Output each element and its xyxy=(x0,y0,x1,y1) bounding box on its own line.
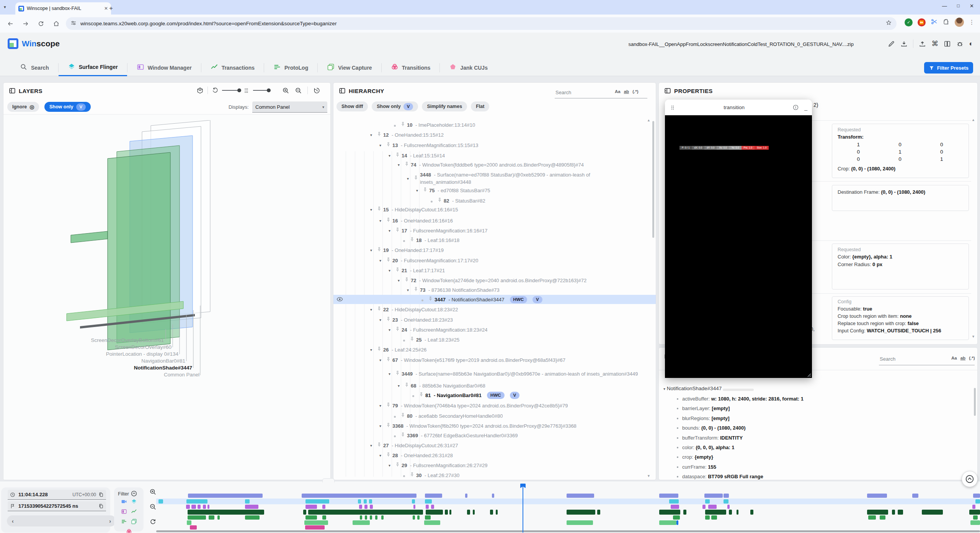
trace-row-3-bar[interactable] xyxy=(671,505,679,509)
trace-row-6-bar[interactable] xyxy=(567,520,593,525)
window-close-button[interactable]: ✕ xyxy=(970,3,974,9)
scroll-down-icon[interactable]: ▼ xyxy=(647,474,650,478)
hierarchy-row-13[interactable]: ▾13 - FullscreenMagnification:15:15#13 xyxy=(333,141,656,150)
expand-arrow-icon[interactable]: ▾ xyxy=(379,258,385,263)
trace-row-4-bar[interactable] xyxy=(922,510,943,515)
trace-row-6-bar[interactable] xyxy=(304,520,328,525)
trace-row-4-bar[interactable] xyxy=(898,510,903,515)
pin-icon[interactable] xyxy=(437,197,443,204)
trace-row-5-bar[interactable] xyxy=(209,515,214,520)
scroll-up-icon[interactable]: ▲ xyxy=(647,118,650,122)
window-maximize-button[interactable]: □ xyxy=(957,3,960,9)
pin-icon[interactable] xyxy=(395,370,400,377)
trace-row-2-bar[interactable] xyxy=(245,499,250,504)
trace-row-5-bar[interactable] xyxy=(305,515,317,520)
hierarchy-row-15[interactable]: ▾15 - HideDisplayCutout:16:16#15 xyxy=(333,205,656,214)
trace-row-4-bar[interactable] xyxy=(892,510,895,515)
trace-row-4-bar[interactable] xyxy=(496,510,498,515)
trace-row-5-bar[interactable] xyxy=(880,515,885,520)
proto-search-input[interactable]: Search xyxy=(880,356,895,362)
pin-icon[interactable] xyxy=(400,432,406,439)
trace-row-6-bar[interactable] xyxy=(187,520,191,525)
expand-arrow-icon[interactable]: ▾ xyxy=(389,154,395,158)
pin-icon[interactable] xyxy=(404,161,410,168)
videocam-trace-icon[interactable] xyxy=(121,499,127,506)
trace-row-4-bar[interactable] xyxy=(567,510,595,515)
trace-row-7-bar[interactable] xyxy=(190,525,197,530)
trace-row-2-bar[interactable] xyxy=(158,499,163,504)
trace-row-5-bar[interactable] xyxy=(360,515,362,520)
trace-row-1-bar[interactable] xyxy=(912,494,918,498)
trace-row-3-bar[interactable] xyxy=(370,505,373,509)
trace-row-3-bar[interactable] xyxy=(305,505,317,509)
trace-row-3-bar[interactable] xyxy=(426,505,429,509)
hierarchy-button-show-diff[interactable]: Show diff xyxy=(336,101,368,111)
regex-icon[interactable]: (.*) xyxy=(969,356,975,360)
proto-scrollbar[interactable] xyxy=(974,388,976,416)
expand-arrow-icon[interactable]: ▾ xyxy=(370,208,376,212)
spacing-slider[interactable] xyxy=(253,90,269,91)
avatar[interactable] xyxy=(955,18,964,27)
pin-icon[interactable] xyxy=(409,237,415,244)
trace-row-5-bar[interactable] xyxy=(381,515,384,520)
trace-row-3-bar[interactable] xyxy=(203,505,206,509)
trace-row-3-bar[interactable] xyxy=(186,505,190,509)
trace-row-2-bar[interactable] xyxy=(975,499,980,504)
proto-property[interactable]: dataspace: BT709 sRGB Full range xyxy=(677,474,763,479)
pin-icon[interactable] xyxy=(409,472,415,479)
hierarchy-row-79[interactable]: ▾79 - WindowToken{7046b4a type=2024 andr… xyxy=(333,401,656,410)
trace-tab-transactions[interactable]: Transactions xyxy=(201,60,264,76)
hierarchy-row-16[interactable]: ▾16 - OneHanded:16:16#16 xyxy=(333,216,656,225)
extensions-puzzle-icon[interactable] xyxy=(943,18,950,26)
protolog-trace-icon[interactable] xyxy=(121,518,127,526)
proto-tree-root[interactable]: ▾ NotificationShade#3447 xyxy=(663,386,722,391)
pin-icon[interactable] xyxy=(400,412,406,419)
trace-row-1-bar[interactable] xyxy=(302,494,416,498)
proto-property[interactable]: blurRegions: [empty] xyxy=(677,415,730,421)
trace-row-5-bar[interactable] xyxy=(375,515,377,520)
ignore-button[interactable]: Ignore◎ xyxy=(7,102,39,112)
pin-icon[interactable] xyxy=(376,442,382,449)
trace-row-4-bar[interactable] xyxy=(449,510,451,515)
trace-row-5-bar[interactable] xyxy=(245,515,260,520)
pin-icon[interactable] xyxy=(385,316,391,323)
pin-icon[interactable] xyxy=(395,462,400,469)
trace-row-4-bar[interactable] xyxy=(467,510,470,515)
overlay-title-bar[interactable]: transition _ xyxy=(665,100,812,115)
hierarchy-row-29[interactable]: ▾29 - FullscreenMagnification:26:27#29 xyxy=(333,461,656,470)
pin-icon[interactable] xyxy=(395,326,400,333)
proto-property[interactable]: bufferTransform: IDENTITY xyxy=(677,435,743,441)
expand-arrow-icon[interactable]: ▾ xyxy=(379,358,385,362)
trace-tab-view-capture[interactable]: View Capture xyxy=(318,60,381,76)
expand-arrow-icon[interactable]: ▾ xyxy=(370,307,376,312)
new-tab-button[interactable]: + xyxy=(109,5,113,12)
trace-row-3-bar[interactable] xyxy=(207,505,209,509)
edit-icon[interactable] xyxy=(888,40,895,47)
pin-icon[interactable] xyxy=(376,206,382,213)
reset-zoom-icon[interactable] xyxy=(149,518,157,525)
pin-icon[interactable] xyxy=(385,142,391,149)
trace-row-1-bar[interactable] xyxy=(659,494,678,498)
dark-mode-icon[interactable]: ◐ xyxy=(969,40,973,48)
pin-icon[interactable] xyxy=(385,402,391,409)
trace-row-4-bar[interactable] xyxy=(750,510,753,515)
viewcapture-trace-icon[interactable] xyxy=(131,518,137,526)
trace-row-3-bar[interactable] xyxy=(359,505,362,509)
hierarchy-row-82[interactable]: 82 - StatusBar#82 xyxy=(333,196,656,205)
hierarchy-row-74[interactable]: ▾74 - WindowToken{fdddbe6 type=2000 andr… xyxy=(333,160,656,169)
collapse-timeline-button[interactable] xyxy=(962,471,978,487)
hierarchy-row-25[interactable]: 25 - Leaf:18:23#25 xyxy=(333,335,656,344)
trace-row-4-bar[interactable] xyxy=(705,510,726,515)
trace-row-4-bar[interactable] xyxy=(729,510,732,515)
hierarchy-row-75[interactable]: ▾75 - ed70f88 StatusBar#75 xyxy=(333,186,656,195)
trace-row-1-bar[interactable] xyxy=(465,494,467,498)
trace-row-4-bar[interactable] xyxy=(490,510,493,515)
documentation-icon[interactable] xyxy=(944,40,951,47)
trace-row-4-bar[interactable] xyxy=(597,510,600,515)
trace-row-5-bar[interactable] xyxy=(425,515,431,520)
trace-tab-search[interactable]: Search xyxy=(11,60,58,76)
site-settings-icon[interactable] xyxy=(70,20,77,28)
hierarchy-button-flat[interactable]: Flat xyxy=(471,101,489,111)
report-bug-icon[interactable] xyxy=(956,40,964,47)
timeline-scrollbar[interactable] xyxy=(156,530,980,532)
